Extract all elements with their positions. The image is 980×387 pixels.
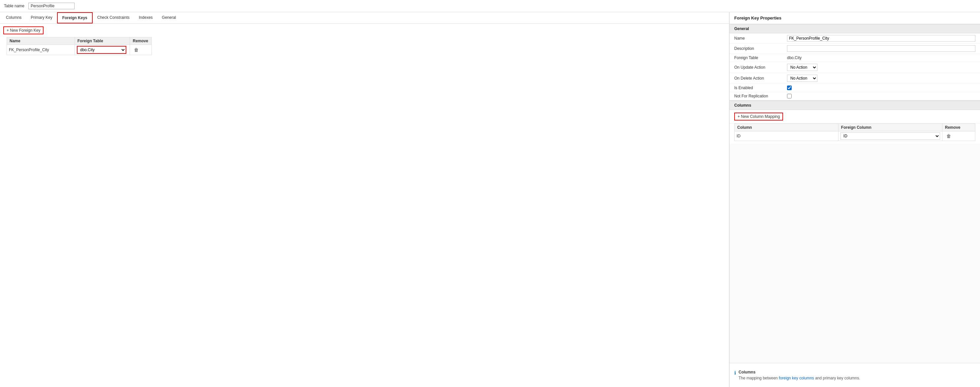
prop-row-on-update: On Update Action No Action Cascade Set N… — [730, 62, 980, 73]
fk-name-cell: FK_PersonProfile_City — [7, 45, 75, 55]
prop-label-description: Description — [734, 46, 787, 51]
prop-row-name: Name — [730, 34, 980, 43]
prop-checkbox-not-for-replication[interactable] — [787, 94, 792, 98]
tabs-bar: Columns Primary Key Foreign Keys Check C… — [0, 12, 729, 24]
info-icon: ℹ — [734, 370, 736, 376]
prop-row-foreign-table: Foreign Table dbo.City — [730, 54, 980, 62]
table-name-label: Table name — [4, 4, 24, 8]
columns-section-header: Columns — [730, 101, 980, 110]
columns-section: Columns — [730, 101, 980, 110]
tab-columns[interactable]: Columns — [1, 12, 26, 24]
prop-label-not-for-replication: Not For Replication — [734, 94, 787, 98]
info-title: Columns — [738, 370, 860, 374]
table-row: FK_PersonProfile_City dbo.City dbo.Addre… — [7, 45, 152, 55]
prop-label-on-delete: On Delete Action — [734, 76, 787, 81]
table-row: ID ID CityID Name 🗑 — [735, 131, 975, 141]
prop-label-foreign-table: Foreign Table — [734, 56, 787, 60]
col-header-foreign-column: Foreign Column — [838, 124, 942, 131]
fk-col-remove: Remove — [130, 37, 152, 45]
col-mapping-table: Column Foreign Column Remove ID ID CityI… — [734, 123, 975, 141]
fk-foreign-table-cell: dbo.City dbo.Address dbo.Country — [75, 45, 130, 55]
info-section: ℹ Columns The mapping between foreign ke… — [730, 363, 980, 387]
general-section-header: General — [730, 24, 980, 34]
main-content: Columns Primary Key Foreign Keys Check C… — [0, 12, 980, 387]
col-mapping-delete-button[interactable]: 🗑 — [944, 133, 953, 139]
new-column-mapping-button[interactable]: + New Column Mapping — [734, 113, 783, 120]
prop-row-description: Description — [730, 43, 980, 54]
fk-delete-button[interactable]: 🗑 — [132, 46, 140, 53]
fk-table-container: Name Foreign Table Remove FK_PersonProfi… — [0, 37, 729, 55]
new-foreign-key-button[interactable]: + New Foreign Key — [3, 26, 43, 34]
prop-select-on-delete[interactable]: No Action Cascade Set Null Set Default — [787, 75, 818, 82]
col-mapping-toolbar: + New Column Mapping — [730, 110, 980, 123]
col-mapping-foreign-column-cell: ID CityID Name — [838, 131, 942, 141]
prop-select-on-update[interactable]: No Action Cascade Set Null Set Default — [787, 64, 818, 71]
tab-general[interactable]: General — [158, 12, 181, 24]
prop-value-foreign-table: dbo.City — [787, 56, 975, 60]
prop-input-description[interactable] — [787, 45, 975, 52]
prop-input-name[interactable] — [787, 35, 975, 42]
table-name-input[interactable] — [29, 3, 75, 9]
info-text: The mapping between foreign key columns … — [738, 376, 860, 381]
top-bar: Table name — [0, 0, 980, 12]
col-header-column: Column — [735, 124, 838, 131]
tab-indexes[interactable]: Indexes — [134, 12, 158, 24]
tab-check-constraints[interactable]: Check Constraints — [93, 12, 134, 24]
app-container: Table name Columns Primary Key Foreign K… — [0, 0, 980, 387]
rp-title: Foreign Key Properties — [730, 12, 980, 24]
col-header-remove: Remove — [942, 124, 975, 131]
fk-table: Name Foreign Table Remove FK_PersonProfi… — [6, 37, 152, 55]
info-content: Columns The mapping between foreign key … — [738, 370, 860, 381]
fk-toolbar: + New Foreign Key — [0, 24, 729, 37]
fk-foreign-table-select[interactable]: dbo.City dbo.Address dbo.Country — [77, 46, 126, 54]
col-mapping-foreign-column-select[interactable]: ID CityID Name — [840, 133, 940, 140]
fk-remove-cell: 🗑 — [130, 45, 152, 55]
fk-col-foreign-table: Foreign Table — [75, 37, 130, 45]
tab-foreign-keys[interactable]: Foreign Keys — [57, 12, 93, 24]
right-panel: Foreign Key Properties General Name Desc… — [729, 12, 980, 387]
prop-label-on-update: On Update Action — [734, 65, 787, 70]
prop-label-is-enabled: Is Enabled — [734, 86, 787, 90]
prop-checkbox-is-enabled[interactable] — [787, 86, 792, 90]
tab-primary-key[interactable]: Primary Key — [26, 12, 57, 24]
col-mapping-remove-cell: 🗑 — [942, 131, 975, 141]
col-mapping-column-cell: ID — [735, 131, 838, 141]
prop-label-name: Name — [734, 36, 787, 41]
info-link[interactable]: foreign key columns — [779, 376, 814, 381]
left-panel: Columns Primary Key Foreign Keys Check C… — [0, 12, 729, 387]
fk-col-name: Name — [7, 37, 75, 45]
prop-row-not-for-replication: Not For Replication — [730, 92, 980, 101]
info-row: ℹ Columns The mapping between foreign ke… — [734, 370, 975, 381]
prop-row-is-enabled: Is Enabled — [730, 84, 980, 92]
col-mapping-table-container: Column Foreign Column Remove ID ID CityI… — [730, 123, 980, 144]
prop-row-on-delete: On Delete Action No Action Cascade Set N… — [730, 73, 980, 84]
